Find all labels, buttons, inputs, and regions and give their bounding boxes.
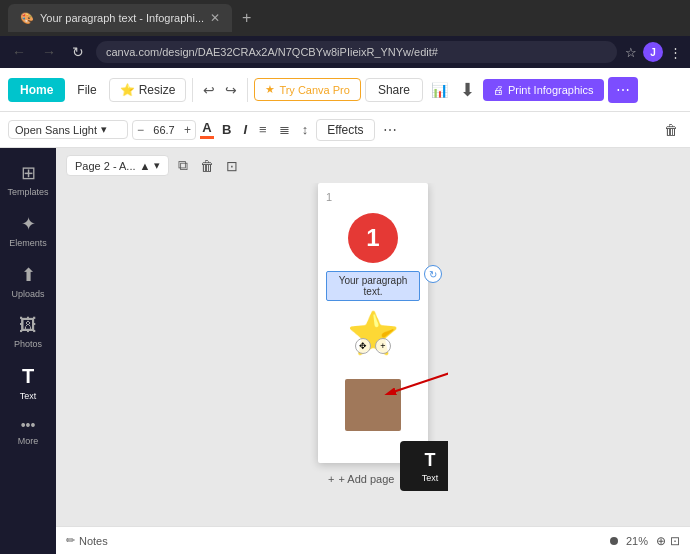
tooltip-t-icon: T [425,450,436,471]
tab-favicon: 🎨 [20,12,34,25]
browser-tab[interactable]: 🎨 Your paragraph text - Infographi... ✕ [8,4,232,32]
sidebar-item-text[interactable]: T Text [4,359,52,407]
effects-button[interactable]: Effects [316,119,374,141]
sidebar-item-label: More [18,436,39,446]
user-avatar[interactable]: J [643,42,663,62]
more-icon: ••• [21,417,36,433]
page-delete-button[interactable]: 🗑 [197,155,217,177]
photos-icon: 🖼 [19,315,37,336]
resize-label: Resize [139,83,176,97]
more-format-button[interactable]: ⋯ [379,120,401,140]
text-color-button[interactable]: A [200,120,214,139]
canvas-area: Page 2 - A... ▲ ▾ ⧉ 🗑 ⊡ 1 1 [56,148,690,554]
spacing-button[interactable]: ↕ [298,120,313,139]
settings-icon[interactable]: ⋮ [669,45,682,60]
bookmark-icon[interactable]: ☆ [625,45,637,60]
toolbar-separator-2 [247,78,248,102]
toolbar-separator [192,78,193,102]
text-icon: T [22,365,34,388]
sidebar-item-uploads[interactable]: ⬆ Uploads [4,258,52,305]
address-bar: ← → ↻ ☆ J ⋮ [0,36,690,68]
stats-button[interactable]: 📊 [427,78,452,102]
redo-button[interactable]: ↪ [221,78,241,102]
undo-button[interactable]: ↩ [199,78,219,102]
number-badge-element[interactable]: 1 [348,213,398,263]
app-toolbar: Home File ⭐ Resize ↩ ↪ ★ Try Canva Pro S… [0,68,690,112]
page-number: 1 [326,191,332,203]
browser-actions: ☆ J ⋮ [625,42,682,62]
sidebar-item-label: Photos [14,339,42,349]
star-add-icon[interactable]: + [375,338,391,354]
sidebar-item-label: Elements [9,238,47,248]
font-size-decrease-button[interactable]: − [137,123,144,137]
font-size-input[interactable] [146,124,182,136]
print-icon: 🖨 [493,84,504,96]
rotate-handle[interactable]: ↻ [424,265,442,283]
tooltip-text-label: Text [422,473,439,483]
forward-button[interactable]: → [38,42,60,62]
font-size-control: − + [132,120,196,140]
main-layout: ⊞ Templates ✦ Elements ⬆ Uploads 🖼 Photo… [0,148,690,554]
elements-icon: ✦ [21,213,36,235]
file-button[interactable]: File [69,78,104,102]
page-copy-button[interactable]: ⧉ [175,154,191,177]
star-move-icon[interactable]: ✥ [355,338,371,354]
format-toolbar: Open Sans Light ▾ − + A B I ≡ ≣ ↕ Effect… [0,112,690,148]
canva-star-icon: ★ [265,83,275,96]
sidebar-item-elements[interactable]: ✦ Elements [4,207,52,254]
page-expand-button[interactable]: ⊡ [223,155,241,177]
page-nav-up-icon: ▲ [140,160,151,172]
font-name-text: Open Sans Light [15,124,97,136]
download-button[interactable]: ⬇ [456,75,479,105]
sidebar-item-more[interactable]: ••• More [4,411,52,452]
print-button[interactable]: 🖨 Print Infographics [483,79,604,101]
italic-button[interactable]: I [239,120,251,139]
home-button[interactable]: Home [8,78,65,102]
font-family-select[interactable]: Open Sans Light ▾ [8,120,128,139]
zoom-controls: ⊕ ⊡ [656,534,680,548]
status-bar: ✏ Notes 21% ⊕ ⊡ [56,526,690,554]
notes-button[interactable]: ✏ Notes [66,534,108,547]
sidebar-item-label: Uploads [11,289,44,299]
canvas-wrapper[interactable]: 1 1 Your paragraph text. ⭐ ✥ [298,183,448,546]
back-button[interactable]: ← [8,42,30,62]
address-input[interactable] [96,41,617,63]
try-canva-label: Try Canva Pro [279,84,350,96]
add-page-button[interactable]: + + Add page [318,469,404,489]
sidebar-item-photos[interactable]: 🖼 Photos [4,309,52,355]
page-name-button[interactable]: Page 2 - A... ▲ ▾ [66,155,169,176]
zoom-in-button[interactable]: ⊕ [656,534,666,548]
delete-button[interactable]: 🗑 [660,120,682,140]
print-label: Print Infographics [508,84,594,96]
try-canva-button[interactable]: ★ Try Canva Pro [254,78,361,101]
align-button[interactable]: ≡ [255,120,271,139]
text-tooltip-popup: T Text [400,441,448,491]
tab-title: Your paragraph text - Infographi... [40,12,204,24]
notes-label: Notes [79,535,108,547]
font-size-increase-button[interactable]: + [184,123,191,137]
zoom-fit-button[interactable]: ⊡ [670,534,680,548]
text-color-bar [200,136,214,139]
font-dropdown-icon: ▾ [101,123,107,136]
share-button[interactable]: Share [365,78,423,102]
selected-text: Your paragraph text. [339,275,408,297]
page-nav-down-icon: ▾ [154,159,160,172]
brown-rectangle-element[interactable] [345,379,401,431]
sidebar-item-templates[interactable]: ⊞ Templates [4,156,52,203]
notes-icon: ✏ [66,534,75,547]
more-options-button[interactable]: ⋯ [608,77,638,103]
sidebar-item-label: Templates [7,187,48,197]
bold-button[interactable]: B [218,120,235,139]
resize-button[interactable]: ⭐ Resize [109,78,187,102]
text-selection-element[interactable]: Your paragraph text. [326,271,420,301]
new-tab-button[interactable]: + [242,9,251,27]
uploads-icon: ⬆ [21,264,36,286]
reload-button[interactable]: ↻ [68,42,88,62]
add-page-label: + Add page [338,473,394,485]
zoom-level-text: 21% [626,535,648,547]
list-button[interactable]: ≣ [275,120,294,139]
tab-close-button[interactable]: ✕ [210,11,220,25]
page-toolbar: Page 2 - A... ▲ ▾ ⧉ 🗑 ⊡ [56,148,690,183]
browser-chrome: 🎨 Your paragraph text - Infographi... ✕ … [0,0,690,36]
left-sidebar: ⊞ Templates ✦ Elements ⬆ Uploads 🖼 Photo… [0,148,56,554]
